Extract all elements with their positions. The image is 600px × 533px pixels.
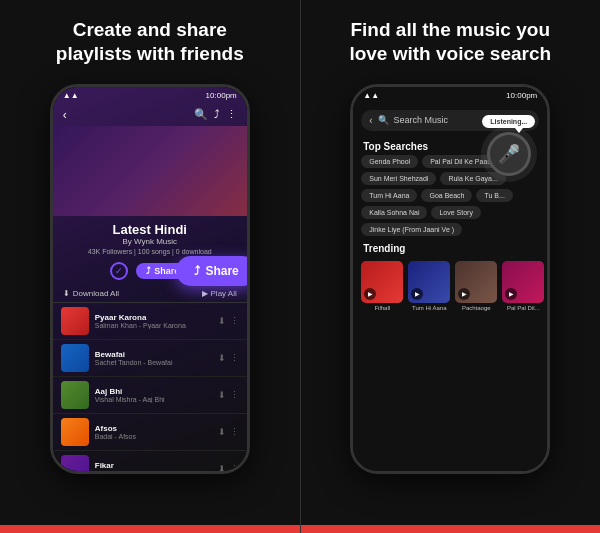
trending-row: ▶ Filhall ▶ Tum Hi Aana ▶ Pachtaoge ▶ Pa… xyxy=(353,257,547,315)
trending-thumbnail: ▶ xyxy=(455,261,497,303)
song-artist: Vishal Mishra - Aaj Bhi xyxy=(95,396,212,403)
download-song-icon[interactable]: ⬇ xyxy=(218,390,226,400)
mic-circle[interactable]: 🎤 xyxy=(487,132,531,176)
trending-thumbnail: ▶ xyxy=(408,261,450,303)
song-list-item[interactable]: Aaj Bhi Vishal Mishra - Aaj Bhi ⬇ ⋮ xyxy=(53,377,247,414)
song-name: Bewafai xyxy=(95,350,212,359)
time-right: 10:00pm xyxy=(506,91,537,100)
playlist-stats: 43K Followers | 100 songs | 0 download xyxy=(57,248,243,255)
more-icon-left[interactable]: ⋮ xyxy=(226,108,237,121)
search-chip[interactable]: Genda Phool xyxy=(361,155,418,168)
play-all-btn[interactable]: ▶ Play All xyxy=(202,289,237,298)
search-chip[interactable]: Tu B... xyxy=(476,189,512,202)
signal-icons-right: ▲▲ xyxy=(363,91,379,100)
trending-play-icon[interactable]: ▶ xyxy=(458,288,470,300)
trending-thumbnail: ▶ xyxy=(361,261,403,303)
trending-item[interactable]: ▶ Filhall xyxy=(361,261,403,311)
phone-left-mockup: ▲▲ 10:00pm ‹ 🔍 ⤴ ⋮ Latest Hindi By Wynk … xyxy=(50,84,250,474)
download-icon: ⬇ xyxy=(63,289,70,298)
song-thumbnail xyxy=(61,344,89,372)
back-arrow-left[interactable]: ‹ xyxy=(63,108,67,122)
search-chip[interactable]: Love Story xyxy=(431,206,480,219)
search-chip[interactable]: Sun Meri Shehzadi xyxy=(361,172,436,185)
mic-circle-icon: 🎤 xyxy=(498,143,520,165)
song-artist: Badal - Afsos xyxy=(95,433,212,440)
song-thumbnail xyxy=(61,307,89,335)
trending-label: Tum Hi Aana xyxy=(408,305,450,311)
share-icon-large: ⤴ xyxy=(194,264,200,278)
search-chip[interactable]: Jinke Liye (From Jaani Ve ) xyxy=(361,223,462,236)
search-chip[interactable]: Goa Beach xyxy=(421,189,472,202)
phone-screen-left: ▲▲ 10:00pm ‹ 🔍 ⤴ ⋮ Latest Hindi By Wynk … xyxy=(53,87,247,471)
song-artist: Salman Khan - Pyaar Karona xyxy=(95,322,212,329)
song-list-item[interactable]: Pyaar Karona Salman Khan - Pyaar Karona … xyxy=(53,303,247,340)
song-name: Afsos xyxy=(95,424,212,433)
song-info: Fikar Roshan Prince - Fikar xyxy=(95,461,212,471)
song-name: Fikar xyxy=(95,461,212,470)
song-actions: ⬇ ⋮ xyxy=(218,353,239,363)
song-list-item[interactable]: Bewafai Sachet Tandon - Bewafai ⬇ ⋮ xyxy=(53,340,247,377)
play-icon: ▶ xyxy=(202,289,208,298)
download-song-icon[interactable]: ⬇ xyxy=(218,316,226,326)
more-song-icon[interactable]: ⋮ xyxy=(230,464,239,471)
trending-item[interactable]: ▶ Pachtaoge xyxy=(455,261,497,311)
song-thumbnail xyxy=(61,455,89,471)
back-arrow-right[interactable]: ‹ xyxy=(369,115,372,126)
song-list-item[interactable]: Afsos Badal - Afsos ⬇ ⋮ xyxy=(53,414,247,451)
trending-play-icon[interactable]: ▶ xyxy=(411,288,423,300)
playlist-cover xyxy=(53,126,247,216)
right-panel-title: Find all the music you love with voice s… xyxy=(349,18,551,66)
share-icon-left[interactable]: ⤴ xyxy=(214,108,220,121)
search-icon-left[interactable]: 🔍 xyxy=(194,108,208,121)
song-artist: Roshan Prince - Fikar xyxy=(95,470,212,471)
trending-thumbnail: ▶ xyxy=(502,261,544,303)
more-song-icon[interactable]: ⋮ xyxy=(230,390,239,400)
status-bar-left: ▲▲ 10:00pm xyxy=(53,87,247,104)
time-left: 10:00pm xyxy=(206,91,237,100)
song-info: Aaj Bhi Vishal Mishra - Aaj Bhi xyxy=(95,387,212,403)
search-chip[interactable]: Tum Hi Aana xyxy=(361,189,417,202)
song-artist: Sachet Tandon - Bewafai xyxy=(95,359,212,366)
song-name: Pyaar Karona xyxy=(95,313,212,322)
play-all-label: Play All xyxy=(211,289,237,298)
download-song-icon[interactable]: ⬇ xyxy=(218,464,226,471)
search-input-text[interactable]: Search Music xyxy=(394,115,497,125)
nav-bar-left: ‹ 🔍 ⤴ ⋮ xyxy=(53,104,247,126)
voice-overlay: Listening... 🎤 xyxy=(482,115,535,176)
share-label-large: Share xyxy=(205,264,238,278)
more-song-icon[interactable]: ⋮ xyxy=(230,316,239,326)
action-row: ⬇ Download All ▶ Play All xyxy=(53,285,247,303)
more-song-icon[interactable]: ⋮ xyxy=(230,427,239,437)
trending-label: Filhall xyxy=(361,305,403,311)
right-panel: Find all the music you love with voice s… xyxy=(301,0,601,533)
share-button-large[interactable]: ⤴ Share xyxy=(176,256,246,286)
trending-play-icon[interactable]: ▶ xyxy=(364,288,376,300)
song-actions: ⬇ ⋮ xyxy=(218,316,239,326)
song-name: Aaj Bhi xyxy=(95,387,212,396)
nav-icons-left: 🔍 ⤴ ⋮ xyxy=(194,108,237,121)
phone-right-mockup: ▲▲ 10:00pm ‹ 🔍 Search Music 🎤 ⌨ Top Sear… xyxy=(350,84,550,474)
trending-label: Pal Pal Dil... xyxy=(502,305,544,311)
check-icon: ✓ xyxy=(110,262,128,280)
song-thumbnail xyxy=(61,381,89,409)
more-song-icon[interactable]: ⋮ xyxy=(230,353,239,363)
song-list-item[interactable]: Fikar Roshan Prince - Fikar ⬇ ⋮ xyxy=(53,451,247,471)
download-song-icon[interactable]: ⬇ xyxy=(218,353,226,363)
song-actions: ⬇ ⋮ xyxy=(218,427,239,437)
search-icon-right: 🔍 xyxy=(378,115,389,125)
status-bar-right: ▲▲ 10:00pm xyxy=(353,87,547,104)
trending-item[interactable]: ▶ Pal Pal Dil... xyxy=(502,261,544,311)
download-all-label: Download All xyxy=(73,289,119,298)
signal-icons-left: ▲▲ xyxy=(63,91,79,100)
trending-play-icon[interactable]: ▶ xyxy=(505,288,517,300)
playlist-title: Latest Hindi xyxy=(57,222,243,237)
download-all-btn[interactable]: ⬇ Download All xyxy=(63,289,119,298)
share-icon-small: ⤴ xyxy=(146,266,151,276)
song-thumbnail xyxy=(61,418,89,446)
song-list: Pyaar Karona Salman Khan - Pyaar Karona … xyxy=(53,303,247,471)
trending-title: Trending xyxy=(353,239,547,257)
download-song-icon[interactable]: ⬇ xyxy=(218,427,226,437)
song-actions: ⬇ ⋮ xyxy=(218,390,239,400)
trending-item[interactable]: ▶ Tum Hi Aana xyxy=(408,261,450,311)
search-chip[interactable]: Kalla Sohna Nai xyxy=(361,206,427,219)
